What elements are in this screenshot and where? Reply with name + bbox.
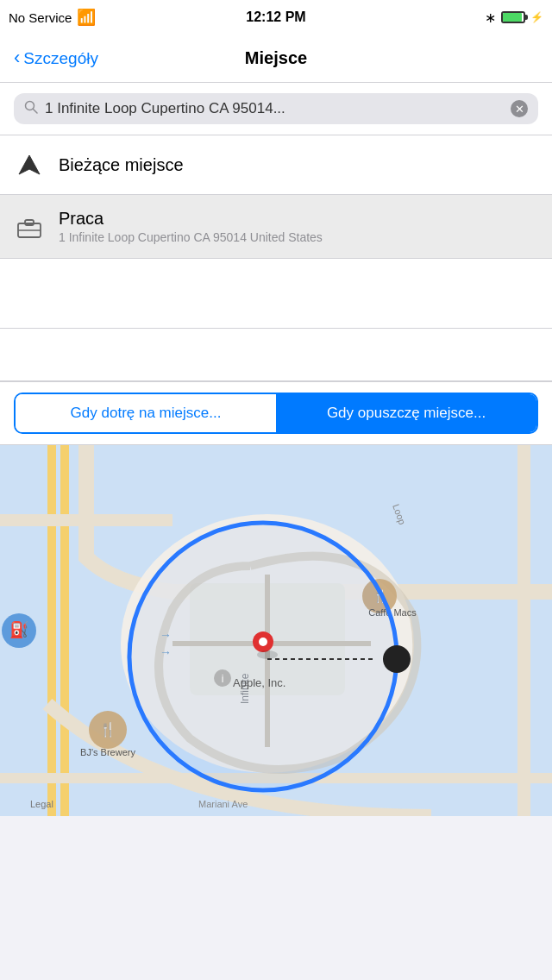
map-section[interactable]: ⛽ Infinite Loop 🍴 BJ's Brewery 🍴 Caffè M…: [0, 445, 552, 816]
svg-point-34: [383, 645, 411, 673]
current-location-icon: [14, 149, 45, 180]
spacer-1: [0, 259, 552, 328]
status-left: No Service 📶: [9, 8, 147, 27]
svg-text:Apple, Inc.: Apple, Inc.: [233, 676, 285, 689]
status-bar: No Service 📶 12:12 PM ∗ ⚡: [0, 0, 552, 35]
svg-rect-4: [25, 220, 34, 225]
bluetooth-icon: ∗: [485, 9, 496, 26]
svg-text:→: →: [160, 645, 172, 659]
nav-bar: ‹ Szczegóły Miejsce: [0, 35, 552, 83]
svg-point-31: [259, 638, 267, 646]
work-location-subtitle: 1 Infinite Loop Cupertino CA 95014 Unite…: [59, 230, 538, 244]
search-clear-button[interactable]: ✕: [511, 100, 528, 117]
trigger-section: Gdy dotrę na miejsce... Gdy opuszczę mie…: [0, 381, 552, 445]
svg-rect-10: [518, 445, 530, 816]
back-label: Szczegóły: [23, 49, 98, 68]
svg-point-32: [257, 650, 278, 659]
back-chevron-icon: ‹: [14, 47, 20, 69]
svg-rect-7: [47, 445, 56, 816]
svg-line-1: [34, 110, 38, 114]
svg-text:Legal: Legal: [30, 799, 53, 809]
no-service-text: No Service: [9, 10, 72, 25]
search-section: 1 Infinite Loop Cupertino CA 95014... ✕: [0, 83, 552, 135]
work-location-item[interactable]: Praca 1 Infinite Loop Cupertino CA 95014…: [0, 195, 552, 259]
battery-indicator: [501, 11, 525, 23]
page-title: Miejsce: [245, 48, 307, 68]
wifi-icon: 📶: [77, 8, 96, 27]
charging-icon: ⚡: [530, 11, 543, 23]
current-location-title: Bieżące miejsce: [59, 155, 538, 175]
work-location-icon: [14, 211, 45, 242]
current-location-text: Bieżące miejsce: [59, 155, 538, 175]
svg-text:⛽: ⛽: [9, 620, 29, 639]
svg-text:i: i: [222, 673, 224, 685]
leave-button[interactable]: Gdy opuszczę miejsce...: [276, 394, 536, 432]
location-list: Bieżące miejsce Praca 1 Infinite Loop Cu…: [0, 135, 552, 259]
svg-text:BJ's Brewery: BJ's Brewery: [80, 747, 135, 757]
search-bar[interactable]: 1 Infinite Loop Cupertino CA 95014... ✕: [14, 93, 538, 124]
svg-marker-2: [19, 155, 40, 174]
svg-rect-8: [60, 445, 69, 816]
status-right: ∗ ⚡: [457, 9, 543, 26]
work-location-title: Praca: [59, 209, 538, 229]
svg-text:🍴: 🍴: [99, 721, 116, 738]
search-input[interactable]: 1 Infinite Loop Cupertino CA 95014...: [45, 100, 504, 117]
current-location-item[interactable]: Bieżące miejsce: [0, 135, 552, 195]
back-button[interactable]: ‹ Szczegóły: [14, 48, 117, 69]
svg-text:Mariani Ave: Mariani Ave: [198, 799, 248, 809]
spacer-2: [0, 329, 552, 380]
trigger-button-group: Gdy dotrę na miejsce... Gdy opuszczę mie…: [14, 393, 538, 434]
arrive-button[interactable]: Gdy dotrę na miejsce...: [16, 394, 276, 432]
svg-text:→: →: [160, 628, 172, 642]
status-time: 12:12 PM: [246, 9, 305, 25]
search-icon: [24, 100, 38, 117]
work-location-text: Praca 1 Infinite Loop Cupertino CA 95014…: [59, 209, 538, 244]
